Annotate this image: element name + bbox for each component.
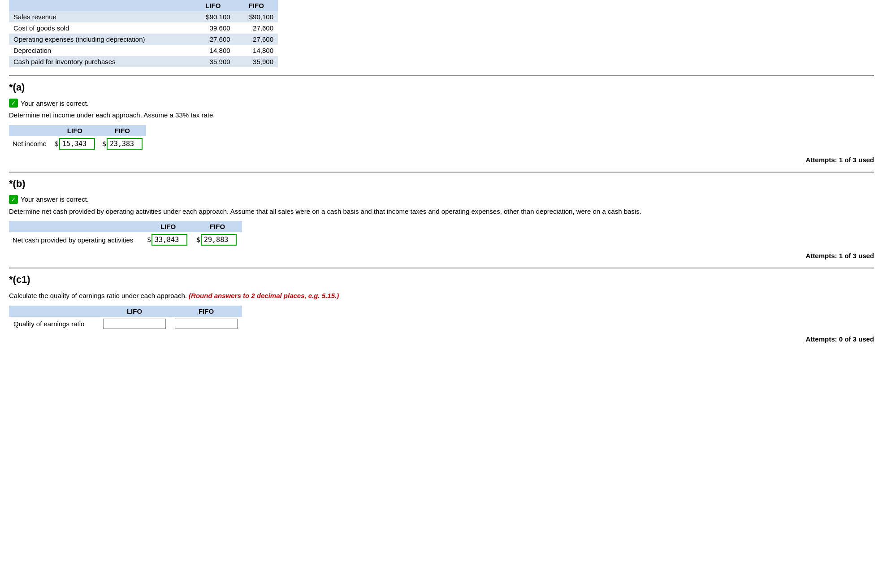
net-cash-lifo-cell: $ [143,232,193,247]
quality-fifo-input[interactable] [175,319,238,329]
answer-table-c1: LIFO FIFO Quality of earnings ratio [9,306,242,331]
answer-table-b: LIFO FIFO Net cash provided by operating… [9,221,242,247]
net-cash-fifo-input[interactable] [201,234,237,246]
divider-c1 [9,268,874,268]
top-table-row-label-2: Operating expenses (including depreciati… [9,34,191,45]
top-table-empty-header [9,0,191,11]
section-c1-label: *(c1) [9,274,874,285]
top-table-fifo-4: 35,900 [235,56,278,67]
top-table-lifo-1: 39,600 [191,22,234,34]
correct-badge-a: ✓ Your answer is correct. [9,99,874,108]
attempts-b: Attempts: 1 of 3 used [9,252,874,259]
top-table-fifo-3: 14,800 [235,45,278,56]
net-income-lifo-input[interactable] [59,138,95,150]
correct-text-a: Your answer is correct. [21,99,89,107]
answer-c1-fifo-header: FIFO [170,306,242,317]
net-income-label: Net income [9,136,51,151]
answer-b-fifo-header: FIFO [193,221,242,232]
top-table-row-label-0: Sales revenue [9,11,191,22]
divider-a [9,75,874,76]
top-table-fifo-0: $90,100 [235,11,278,22]
top-table-lifo-3: 14,800 [191,45,234,56]
answer-c1-empty-header [9,306,99,317]
check-icon-a: ✓ [9,99,18,108]
dollar-sign-b-lifo: $ [147,236,151,244]
top-table-row-label-3: Depreciation [9,45,191,56]
quality-lifo-cell [99,317,170,331]
top-table-lifo-header: LIFO [191,0,234,11]
net-cash-fifo-cell: $ [193,232,242,247]
answer-c1-lifo-header: LIFO [99,306,170,317]
net-cash-lifo-input[interactable] [151,234,187,246]
answer-table-a: LIFO FIFO Net income $ $ [9,125,146,151]
divider-b [9,172,874,173]
answer-b-lifo-header: LIFO [143,221,193,232]
top-data-table: LIFO FIFO Sales revenue$90,100$90,100Cos… [9,0,278,67]
instruction-c1-red: (Round answers to 2 decimal places, e.g.… [189,292,339,299]
top-table-lifo-4: 35,900 [191,56,234,67]
answer-a-fifo-header: FIFO [99,125,146,136]
answer-b-empty-header [9,221,143,232]
attempts-c1: Attempts: 0 of 3 used [9,335,874,343]
answer-a-empty-header [9,125,51,136]
dollar-sign-b-fifo: $ [196,236,200,244]
attempts-a: Attempts: 1 of 3 used [9,156,874,164]
instruction-a: Determine net income under each approach… [9,110,874,121]
instruction-c1: Calculate the quality of earnings ratio … [9,291,874,301]
quality-fifo-cell [170,317,242,331]
top-table-fifo-header: FIFO [235,0,278,11]
instruction-b: Determine net cash provided by operating… [9,207,874,217]
correct-text-b: Your answer is correct. [21,195,89,203]
net-income-fifo-input[interactable] [107,138,143,150]
section-a-label: *(a) [9,82,874,93]
top-table-fifo-1: 27,600 [235,22,278,34]
correct-badge-b: ✓ Your answer is correct. [9,195,874,204]
quality-earnings-label: Quality of earnings ratio [9,317,99,331]
dollar-sign-a-lifo: $ [55,140,59,148]
check-icon-b: ✓ [9,195,18,204]
dollar-sign-a-fifo: $ [102,140,106,148]
net-cash-label: Net cash provided by operating activitie… [9,232,143,247]
section-b-label: *(b) [9,178,874,190]
top-table-row-label-1: Cost of goods sold [9,22,191,34]
top-table-row-label-4: Cash paid for inventory purchases [9,56,191,67]
top-table-lifo-2: 27,600 [191,34,234,45]
top-table-lifo-0: $90,100 [191,11,234,22]
answer-a-lifo-header: LIFO [51,125,99,136]
net-income-fifo-cell: $ [99,136,146,151]
net-income-lifo-cell: $ [51,136,99,151]
top-table-fifo-2: 27,600 [235,34,278,45]
quality-lifo-input[interactable] [103,319,166,329]
